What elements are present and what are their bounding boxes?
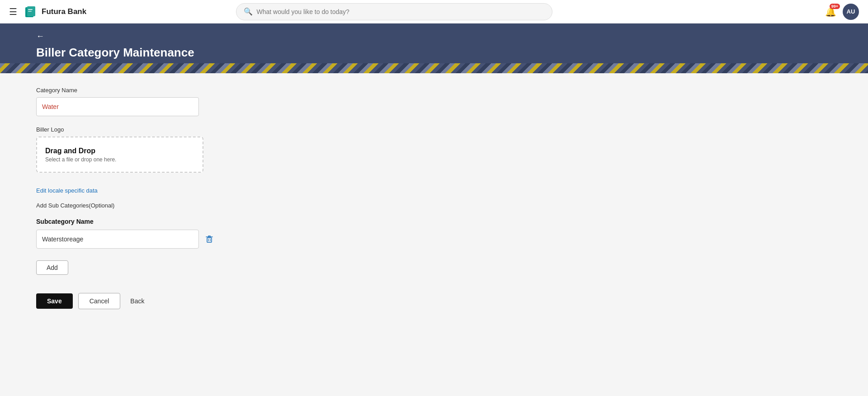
logo-icon: [24, 5, 38, 19]
trash-icon: [204, 234, 214, 244]
user-avatar[interactable]: AU: [843, 4, 859, 20]
biller-logo-label: Biller Logo: [36, 126, 832, 133]
search-input[interactable]: [256, 8, 545, 15]
category-name-input[interactable]: [36, 97, 199, 116]
app-logo: Futura Bank: [24, 5, 86, 19]
notification-bell[interactable]: 🔔 99+: [825, 6, 836, 17]
form-action-buttons: Save Cancel Back: [36, 293, 832, 309]
drag-drop-title: Drag and Drop: [45, 147, 194, 155]
category-name-label: Category Name: [36, 87, 832, 94]
file-drop-area[interactable]: Drag and Drop Select a file or drop one …: [36, 137, 203, 173]
page-title: Biller Category Maintenance: [36, 46, 832, 60]
svg-rect-4: [207, 238, 212, 242]
nav-actions: 🔔 99+ AU: [825, 4, 859, 20]
subcategory-row: [36, 230, 832, 249]
back-button[interactable]: Back: [126, 293, 149, 309]
header-decorative-stripe: [0, 63, 868, 73]
save-button[interactable]: Save: [36, 293, 73, 309]
svg-rect-2: [28, 9, 33, 10]
edit-locale-link[interactable]: Edit locale specific data: [36, 187, 98, 194]
cancel-button[interactable]: Cancel: [78, 293, 121, 309]
main-content: Category Name Biller Logo Drag and Drop …: [0, 73, 868, 396]
delete-subcategory-icon[interactable]: [204, 234, 214, 244]
add-subcategories-label: Add Sub Categories(Optional): [36, 202, 832, 209]
back-arrow-icon[interactable]: ←: [36, 32, 44, 41]
hamburger-menu-icon[interactable]: ☰: [9, 6, 17, 17]
top-navigation: ☰ Futura Bank 🔍 🔔 99+ AU: [0, 0, 868, 24]
page-header: ← Biller Category Maintenance: [0, 24, 868, 73]
global-search-bar[interactable]: 🔍: [236, 3, 552, 20]
add-subcategory-button[interactable]: Add: [36, 260, 68, 275]
notification-badge: 99+: [830, 4, 840, 9]
search-icon: 🔍: [244, 7, 253, 16]
svg-rect-3: [28, 11, 32, 12]
subcategory-name-section: Subcategory Name: [36, 218, 832, 249]
drag-drop-subtitle: Select a file or drop one here.: [45, 156, 194, 163]
app-name: Futura Bank: [42, 7, 86, 16]
category-name-section: Category Name: [36, 87, 832, 116]
subcategory-name-input[interactable]: [36, 230, 199, 249]
subcategory-name-label: Subcategory Name: [36, 218, 832, 225]
biller-logo-section: Biller Logo Drag and Drop Select a file …: [36, 126, 832, 173]
